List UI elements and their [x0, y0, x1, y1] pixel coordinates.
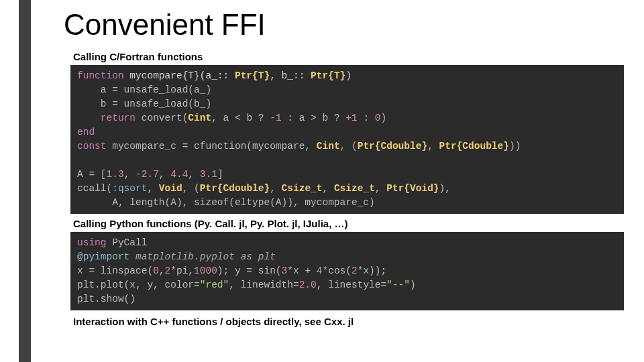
code-text: , [188, 169, 199, 180]
code-text: , ( [340, 141, 358, 152]
code-text: *cos( [323, 265, 352, 276]
number: -2.7 [136, 169, 159, 180]
code-text: plt.show() [77, 294, 136, 304]
code-text: , ( [182, 183, 200, 194]
code-text: , [159, 265, 165, 276]
number: 1000 [194, 265, 217, 276]
number: 3 [282, 265, 288, 276]
code-text: A, length(A), sizeof(eltype(A)), mycompa… [77, 197, 375, 208]
code-text: PyCall [107, 237, 148, 248]
type: Ptr{T} [311, 70, 345, 81]
code-text: , [159, 169, 170, 180]
slide: Convenient FFI Calling C/Fortran functio… [0, 0, 644, 362]
type: Ptr{Cdouble} [439, 141, 509, 152]
type: Cint [188, 113, 211, 123]
code-text: : [358, 113, 375, 123]
number: 2 [165, 265, 171, 276]
code-text: ); y = sin( [217, 265, 282, 276]
code-text: A = [ [77, 169, 107, 180]
string: "red" [200, 280, 229, 290]
kw-const: const [77, 141, 107, 152]
code-text: , [270, 183, 281, 194]
code-text: , linewidth= [229, 280, 299, 290]
code-text: , b_:: [270, 70, 311, 81]
code-text: *x)); [358, 265, 387, 276]
code-text: ] [217, 169, 223, 180]
code-text: b = unsafe_load(b_) [77, 99, 211, 109]
code-text: ), [439, 183, 451, 194]
type: Ptr{T} [235, 70, 270, 81]
type: Ptr{Void} [386, 183, 439, 194]
content-area: Convenient FFI Calling C/Fortran functio… [64, 8, 624, 327]
section-heading-3: Interaction with C++ functions / objects… [73, 316, 624, 327]
number: 1.3 [107, 169, 124, 180]
code-text [77, 113, 101, 123]
code-text: a = unsafe_load(a_) [77, 84, 211, 95]
type: Void [159, 183, 182, 194]
code-text: *x + [287, 265, 317, 276]
section-heading-2: Calling Python functions (Py. Call. jl, … [73, 218, 624, 229]
symbol: :qsort [112, 183, 147, 194]
code-text: , [124, 169, 136, 180]
number: 2 [352, 265, 358, 276]
string: "--" [386, 280, 410, 290]
section-heading-1: Calling C/Fortran functions [73, 51, 624, 62]
code-text: , a < b ? [211, 113, 270, 123]
code-text: ccall( [77, 183, 112, 194]
code-text: ) [345, 70, 352, 81]
code-text: , [323, 183, 334, 194]
code-text: )) [509, 141, 521, 152]
number: 2.0 [299, 280, 317, 290]
number: 0 [375, 113, 381, 123]
code-text: x = linspace( [77, 265, 153, 276]
kw-using: using [77, 237, 107, 248]
code-text: *pi, [170, 265, 194, 276]
code-text: ) [381, 113, 387, 123]
number: -1 [270, 113, 281, 123]
code-text: , [427, 141, 439, 152]
kw-function: function [77, 70, 124, 81]
code-text: mycompare_c = cfunction(mycompare, [107, 141, 317, 152]
code-text: : a > b ? [282, 113, 346, 123]
kw-return: return [101, 113, 136, 123]
type: Cint [317, 141, 340, 152]
number: 4.4 [170, 169, 188, 180]
number: 0 [153, 265, 159, 276]
type: Csize_t [334, 183, 375, 194]
code-text: , linestyle= [317, 280, 386, 290]
number: +1 [345, 113, 357, 123]
kw-end: end [77, 127, 95, 137]
code-text: matplotlib.pyplot as plt [129, 251, 276, 262]
slide-title: Convenient FFI [64, 8, 624, 42]
code-text: ) [410, 280, 416, 290]
code-text: , [375, 183, 386, 194]
type: Ptr{Cdouble} [358, 141, 427, 152]
code-text: , [147, 183, 158, 194]
code-block-ffi: function mycompare{T}(a_:: Ptr{T}, b_:: … [70, 65, 624, 214]
code-text: convert( [136, 113, 188, 123]
number: 4 [317, 265, 323, 276]
side-accent-bar [19, 0, 31, 362]
macro: @pyimport [77, 251, 129, 262]
code-text: mycompare{T}(a_:: [124, 70, 235, 81]
code-block-pycall: using PyCall @pyimport matplotlib.pyplot… [70, 232, 624, 310]
number: 3.1 [200, 169, 217, 180]
code-text: plt.plot(x, y, color= [77, 280, 200, 290]
type: Ptr{Cdouble} [200, 183, 270, 194]
type: Csize_t [282, 183, 323, 194]
